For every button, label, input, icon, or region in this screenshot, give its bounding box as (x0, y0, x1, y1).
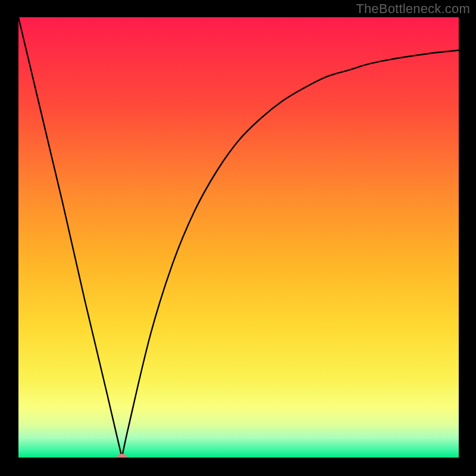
chart-frame: TheBottleneck.com (0, 0, 476, 476)
plot-area (18, 17, 459, 458)
bottleneck-chart (18, 17, 459, 458)
gradient-background (18, 17, 459, 458)
attribution-text: TheBottleneck.com (356, 1, 470, 17)
